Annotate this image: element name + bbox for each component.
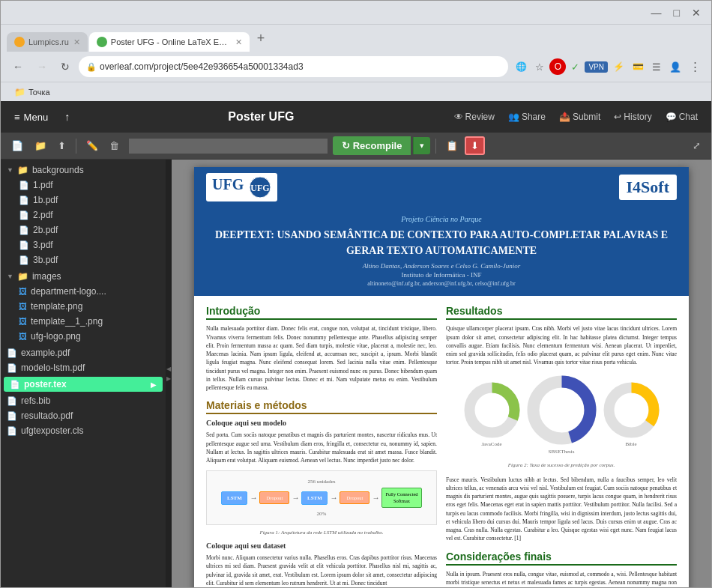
tab-overleaf[interactable]: Poster UFG - Online LaTeX Editor... ✕	[89, 32, 250, 52]
address-text: overleaf.com/project/5ee42e936654a500013…	[100, 61, 304, 72]
recompile-dropdown-button[interactable]: ▾	[413, 137, 430, 154]
close-button[interactable]: ✕	[687, 7, 705, 19]
pdf-icon-modlstm: 📄	[7, 363, 17, 373]
section1-text: Nulla malesuada porttitor diam. Donec fe…	[206, 324, 437, 392]
file-ufgtexposter[interactable]: 📄 ufgtexposter.cls	[1, 423, 166, 438]
pdf-institute: Instituto de Informática - INF	[209, 271, 674, 279]
menu-label: Menu	[24, 112, 49, 123]
pdf-icon-1b: 📄	[19, 196, 29, 205]
opera-icon[interactable]: O	[549, 58, 566, 75]
resize-arrow-down: ▶	[166, 375, 171, 382]
share-button[interactable]: 👥 Share	[502, 109, 552, 125]
pdf-action-btn1[interactable]: 📋	[441, 137, 462, 154]
section2-title: Materiais e métodos	[206, 399, 437, 414]
donut-sbse: 70% SBSEThesis	[526, 375, 597, 455]
svg-text:70%: 70%	[548, 402, 575, 417]
download-pdf-button[interactable]: ⬇	[465, 136, 485, 155]
bookmark-folder[interactable]: 📁 Точка	[8, 85, 56, 99]
reload-button[interactable]: ↻	[56, 58, 74, 75]
chat-button[interactable]: 💬 Chat	[660, 109, 704, 125]
pdf-header-blue: UFG UFG I4Soft	[194, 167, 689, 207]
pdf-project-label: Projeto Ciência no Parque	[209, 215, 674, 223]
new-folder-button[interactable]: 📁	[30, 137, 51, 154]
submit-button[interactable]: 📤 Submit	[553, 109, 606, 125]
lumpics-favicon	[14, 37, 25, 47]
new-tab-button[interactable]: +	[251, 29, 271, 48]
history-label: History	[624, 112, 651, 122]
new-file-button[interactable]: 📄	[7, 137, 28, 154]
file-1pdf[interactable]: 📄 1.pdf	[1, 178, 166, 193]
poster-tex-arrow: ▶	[151, 381, 157, 389]
donut-javacode-svg: 56%	[464, 382, 520, 438]
overleaf-app: ≡ Menu ↑ Poster UFG 👁 Review 👥 Share 📤 S…	[1, 101, 711, 587]
file-resultado[interactable]: 📄 resultado.pdf	[1, 408, 166, 423]
section3-text: Morbi nunc. Aliquam consectetur varius n…	[206, 554, 437, 587]
file-2bpdf[interactable]: 📄 2b.pdf	[1, 222, 166, 237]
file-3bpdf[interactable]: 📄 3b.pdf	[1, 252, 166, 267]
wallet-button[interactable]: 💳	[630, 60, 647, 73]
svg-text:56%: 56%	[481, 405, 502, 416]
file-template[interactable]: 🖼 template.png	[1, 299, 166, 314]
lstm-label-bottom: 20%	[214, 511, 429, 517]
overleaf-tab-close[interactable]: ✕	[235, 37, 242, 47]
file-refs[interactable]: 📄 refs.bib	[1, 393, 166, 408]
donut-sbse-svg: 70%	[526, 375, 597, 446]
file-ufglogo[interactable]: 🖼 ufg-logo.png	[1, 329, 166, 344]
address-input-wrapper[interactable]: 🔒 overleaf.com/project/5ee42e936654a5000…	[79, 56, 508, 77]
lstm-caption: Figura 1: Arquitetura da rede LSTM utili…	[206, 530, 437, 536]
flow-button[interactable]: ⚡	[610, 60, 627, 73]
file-2pdf[interactable]: 📄 2.pdf	[1, 207, 166, 222]
file-template1[interactable]: 🖼 template__1_.png	[1, 314, 166, 329]
lumpics-tab-label: Lumpics.ru	[28, 37, 69, 46]
star-button[interactable]: ☆	[532, 60, 547, 74]
history-button[interactable]: ↩ History	[608, 109, 657, 125]
edit-button[interactable]: ✏️	[82, 137, 103, 154]
recompile-button[interactable]: ↻ Recompile	[333, 136, 411, 155]
bookmark-folder-label: Точка	[28, 88, 50, 97]
pdf-email: altinoneto@inf.ufg.br, anderson@inf.ufg.…	[209, 280, 674, 287]
forward-button[interactable]: →	[32, 58, 52, 75]
lstm-arrow-3: →	[330, 494, 337, 502]
fullscreen-button[interactable]: ⤢	[688, 137, 705, 154]
img-icon-ufglogo: 🖼	[19, 332, 27, 341]
section4-text: Quisque ullamcorper placerat ipsum. Cras…	[446, 324, 677, 366]
more-button[interactable]: ⋮	[687, 58, 704, 75]
lstm-arrow-2: →	[292, 494, 299, 502]
tab-lumpics[interactable]: Lumpics.ru ✕	[7, 32, 88, 52]
recompile-icon: ↻	[342, 140, 350, 151]
maximize-button[interactable]: □	[669, 7, 684, 19]
vpn-button[interactable]: VPN	[585, 61, 608, 73]
lstm-arrow-4: →	[372, 494, 379, 502]
delete-button[interactable]: 🗑	[105, 137, 124, 154]
file-example[interactable]: 📄 example.pdf	[1, 345, 166, 360]
back-button[interactable]: ←	[8, 58, 28, 75]
file-1bpdf[interactable]: 📄 1b.pdf	[1, 193, 166, 207]
tab-bar: Lumpics.ru ✕ Poster UFG - Online LaTeX E…	[1, 25, 711, 52]
img-icon-template1: 🖼	[19, 317, 27, 326]
file-poster-tex[interactable]: 📄 poster.tex ▶	[4, 377, 163, 392]
cls-icon: 📄	[7, 426, 17, 436]
translate-button[interactable]: 🌐	[513, 60, 530, 73]
upload-button[interactable]: ↑	[60, 108, 74, 126]
file-modlstm[interactable]: 📄 modelo-lstm.pdf	[1, 360, 166, 375]
profile-button[interactable]: 👤	[666, 60, 684, 74]
lumpics-tab-close[interactable]: ✕	[73, 37, 80, 47]
minimize-button[interactable]: —	[647, 7, 666, 19]
file-tree: ▼ 📁 backgrounds 📄 1.pdf 📄 1b.pdf 📄 2.pdf	[1, 160, 166, 587]
file-dept-logo[interactable]: 🖼 department-logo....	[1, 284, 166, 299]
shield-button[interactable]: ✓	[568, 60, 582, 74]
overleaf-tab-label: Poster UFG - Online LaTeX Editor...	[111, 37, 231, 46]
file-modlstm-label: modelo-lstm.pdf	[21, 363, 85, 373]
tex-icon-poster: 📄	[10, 380, 20, 390]
review-button[interactable]: 👁 Review	[448, 109, 501, 125]
extensions-button[interactable]: ☰	[649, 60, 664, 74]
folder-backgrounds[interactable]: ▼ 📁 backgrounds	[1, 163, 166, 178]
upload-file-button[interactable]: ⬆	[53, 137, 70, 154]
pdf-right-col: Resultados Quisque ullamcorper placerat …	[446, 305, 677, 587]
folder-images-label: images	[32, 271, 61, 282]
menu-button[interactable]: ≡ Menu	[8, 109, 54, 126]
folder-images[interactable]: ▼ 📁 images	[1, 269, 166, 284]
lstm-box-5: Fully ConnectedSoftmax	[381, 488, 421, 508]
resize-handle[interactable]: ◀ ▶	[166, 160, 172, 587]
file-3pdf[interactable]: 📄 3.pdf	[1, 237, 166, 252]
